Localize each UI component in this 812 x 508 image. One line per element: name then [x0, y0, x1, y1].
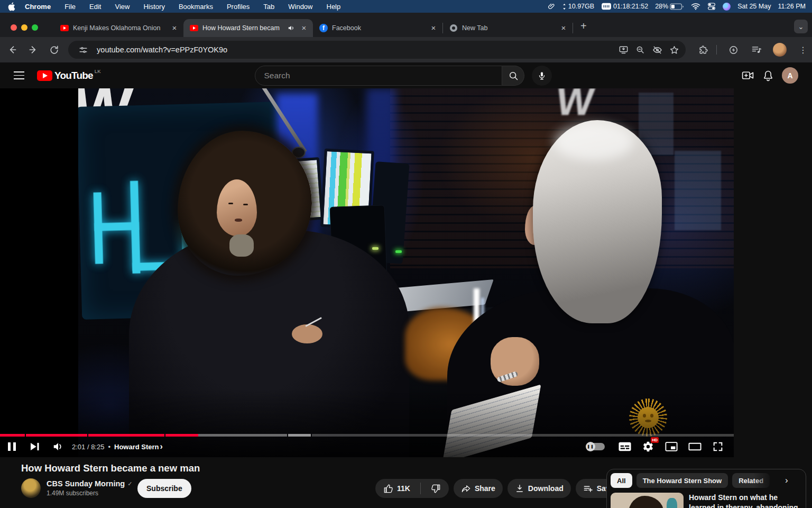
search-button[interactable] [502, 66, 524, 86]
youtube-favicon [190, 24, 198, 32]
close-tab-icon[interactable]: × [299, 23, 309, 33]
youtube-logo[interactable]: YouTube LK [37, 69, 100, 81]
menubar-item-edit[interactable]: Edit [89, 3, 101, 11]
tab-audio-icon[interactable] [288, 24, 295, 32]
channel-name[interactable]: CBS Sunday Morning [47, 479, 125, 488]
menubar-clock[interactable]: 11:26 PM [778, 3, 806, 10]
volume-icon[interactable] [47, 436, 70, 457]
battery-status[interactable]: 28% [655, 3, 684, 10]
back-button[interactable] [3, 41, 21, 59]
url-text: youtube.com/watch?v=ePPzF0YOK9o [97, 46, 615, 54]
install-app-icon[interactable] [615, 41, 632, 58]
dislike-button[interactable] [425, 479, 449, 498]
menubar-item-window[interactable]: Window [288, 3, 312, 11]
paperclip-icon[interactable] [548, 2, 555, 11]
youtube-play-icon [37, 70, 52, 81]
verified-badge-icon: ✓ [127, 480, 132, 487]
suggested-video-thumbnail[interactable] [611, 493, 684, 508]
bookmark-star-icon[interactable] [666, 41, 682, 58]
share-button[interactable]: Share [454, 479, 503, 498]
media-controls-icon[interactable] [748, 41, 765, 59]
settings-button[interactable]: HD [636, 436, 660, 457]
menubar-item-bookmarks[interactable]: Bookmarks [179, 3, 213, 11]
performance-icon[interactable] [724, 41, 742, 59]
apple-menu-icon[interactable] [7, 2, 15, 11]
notifications-bell-icon[interactable] [762, 69, 774, 82]
tab-howard-stern[interactable]: How Howard Stern becam × [183, 19, 313, 37]
create-icon[interactable] [741, 69, 754, 82]
chip-all[interactable]: All [611, 473, 632, 488]
guide-menu-icon[interactable] [14, 71, 24, 79]
address-bar[interactable]: youtube.com/watch?v=ePPzF0YOK9o [68, 41, 686, 59]
site-settings-icon[interactable] [75, 41, 91, 58]
next-button[interactable] [23, 436, 47, 457]
channel-avatar[interactable] [21, 478, 41, 498]
reload-button[interactable] [45, 41, 63, 59]
tab-new-tab[interactable]: New Tab × [443, 19, 573, 37]
like-count: 11K [397, 484, 410, 493]
chapter-button[interactable]: Howard Stern › [114, 442, 163, 451]
wifi-icon[interactable] [691, 3, 700, 10]
theater-mode-button[interactable] [683, 436, 706, 457]
menubar-item-file[interactable]: File [64, 3, 76, 11]
menubar-item-help[interactable]: Help [327, 3, 341, 11]
browser-menu-icon[interactable]: ⋮ [794, 41, 812, 59]
download-button[interactable]: Download [508, 479, 571, 498]
close-tab-icon[interactable]: × [429, 23, 438, 33]
minimize-window-button[interactable] [21, 24, 27, 31]
video-player[interactable]: W W [0, 88, 734, 457]
chevron-right-icon: › [160, 442, 163, 451]
facebook-favicon: f [319, 24, 328, 32]
menubar-item-history[interactable]: History [143, 3, 164, 11]
menubar-item-tab[interactable]: Tab [263, 3, 274, 11]
quality-badge: HD [651, 437, 659, 443]
zoom-out-icon[interactable] [632, 41, 649, 58]
close-tab-icon[interactable]: × [170, 23, 179, 33]
new-tab-button[interactable]: + [580, 20, 587, 32]
suggested-video-item[interactable]: Howard Stern on what he learned in thera… [611, 493, 802, 508]
like-button[interactable]: 11K [375, 479, 417, 498]
search-box[interactable] [255, 66, 502, 86]
profile-avatar[interactable] [771, 41, 789, 59]
subscribe-button[interactable]: Subscribe [137, 479, 191, 498]
subtitles-button[interactable] [613, 436, 636, 457]
zoom-window-button[interactable] [32, 24, 38, 31]
like-dislike-pill: 11K [375, 479, 449, 498]
tab-facebook[interactable]: f Facebook × [313, 19, 442, 37]
chips-next-chevron-icon[interactable]: › [785, 475, 788, 486]
menubar-app-name[interactable]: Chrome [25, 3, 51, 11]
suggested-video-title[interactable]: Howard Stern on what he learned in thera… [689, 493, 802, 508]
filter-chip-bar: All The Howard Stern Show Related For › [611, 473, 802, 488]
timer-status[interactable]: 01:18:21:52 [601, 3, 648, 10]
autoplay-toggle[interactable]: ❚❚ [587, 443, 605, 450]
menubar-item-profiles[interactable]: Profiles [227, 3, 250, 11]
tab-kenji-onion[interactable]: Kenji Makes Oklahoma Onion × [54, 19, 183, 37]
time-display: 2:01 / 8:25 [72, 443, 104, 451]
autoplay-knob: ❚❚ [586, 442, 595, 451]
close-tab-icon[interactable]: × [559, 23, 568, 33]
voice-search-button[interactable] [532, 66, 552, 86]
siri-icon[interactable] [723, 3, 731, 11]
subscriber-count: 1.49M subscribers [47, 489, 132, 497]
close-window-button[interactable] [11, 24, 17, 31]
fullscreen-button[interactable] [706, 436, 730, 457]
wall-poster [675, 151, 721, 230]
menubar-date[interactable]: Sat 25 May [737, 3, 771, 10]
data-usage-status[interactable]: 10.97GB [562, 3, 594, 10]
forward-button[interactable] [24, 41, 42, 59]
menubar-item-view[interactable]: View [115, 3, 130, 11]
player-controls: 2:01 / 8:25 • Howard Stern › ❚❚ HD [0, 436, 734, 457]
account-avatar[interactable]: A [782, 67, 798, 84]
chip-howard-stern-show[interactable]: The Howard Stern Show [636, 473, 728, 488]
eye-off-icon[interactable] [649, 41, 666, 58]
dot-separator: • [108, 443, 110, 451]
tab-search-chevron-button[interactable]: ⌄ [794, 20, 808, 33]
youtube-favicon [60, 24, 69, 32]
miniplayer-button[interactable] [660, 436, 683, 457]
control-center-icon[interactable] [707, 3, 716, 10]
extensions-icon[interactable] [694, 41, 712, 59]
search-input[interactable] [264, 71, 486, 80]
pause-button[interactable] [0, 436, 23, 457]
page-background [734, 88, 812, 457]
howard-stern-hand [292, 324, 322, 343]
